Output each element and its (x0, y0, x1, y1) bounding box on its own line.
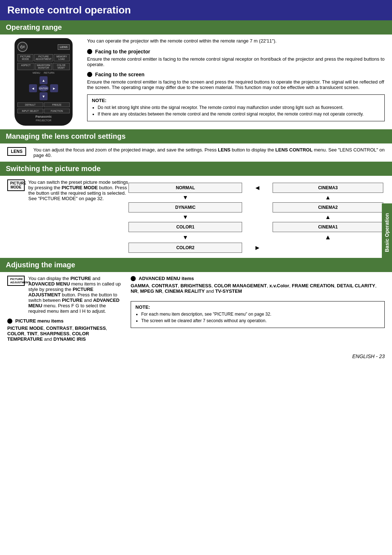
picture-adj-badge: PICTUREADJUSTMENT (7, 276, 25, 286)
default-btn: DEFAULT (17, 102, 43, 107)
facing-screen-text: Ensure the remote control emitter is fac… (87, 79, 385, 90)
adjust-left-content: PICTUREADJUSTMENT You can display the PI… (7, 276, 123, 346)
remote-control-diagram: ⏻/I LENS PICTUREMODE PICTUREADJUSTMENT M… (15, 38, 73, 126)
picture-menu-title: PICTURE menu items (15, 318, 64, 324)
bullet-icon-3 (7, 319, 12, 324)
main-title: Remote control operation (0, 0, 392, 20)
mode-cycle-table: NORMAL ◄ CINEMA3 ▼ ▲ DYNAMIC CINEMA2 ▼ ▲… (127, 181, 385, 254)
adjusting-image-header: Adjusting the image (0, 258, 392, 272)
nav-right: ► (50, 84, 58, 92)
picture-mode-btn: PICTUREMODE (17, 54, 33, 61)
picture-mode-text: You can switch the preset picture mode s… (28, 179, 130, 201)
arrow-down-1: ▼ (128, 194, 242, 201)
adjust-intro-text: You can display the PICTURE and ADVANCED… (28, 276, 123, 314)
nav-down: ▼ (40, 92, 48, 100)
remote-image: ⏻/I LENS PICTUREMODE PICTUREADJUSTMENT M… (7, 38, 80, 126)
arrow-right-1: ◄ (244, 183, 271, 193)
adjust-note-item-1: For each menu item description, see "PIC… (141, 312, 380, 317)
cinema2-mode: CINEMA2 (273, 202, 383, 212)
sidebar-basic-operation: Basic Operation (382, 203, 392, 262)
note-item-2: If there are any obstacles between the r… (98, 112, 380, 117)
adjust-note-item-2: The screen will be cleared after 7 secon… (141, 318, 380, 323)
advanced-menu-items: GAMMA, CONTRAST, BRIGHTNESS, COLOR MANAG… (131, 283, 385, 294)
freeze-btn: FREEZE (44, 102, 70, 107)
adjust-right-content: ADVANCED MENU items GAMMA, CONTRAST, BRI… (131, 276, 385, 346)
dynamic-mode: DYNAMIC (128, 202, 242, 212)
brand-logo: PanasonicPROJECTOR (17, 115, 70, 122)
page-number: ENGLISH - 23 (0, 350, 392, 363)
arrow-down-3: ▼ (128, 234, 242, 241)
aspect-btn: ASPECT (17, 63, 34, 70)
facing-projector-text: Ensure the remote control emitter is fac… (87, 56, 385, 67)
facing-screen-section: Facing to the screen Ensure the remote c… (87, 72, 385, 90)
note-title-2: NOTE: (135, 304, 380, 310)
cinema1-mode: CINEMA1 (273, 222, 383, 232)
lens-button-icon: LENS (58, 44, 70, 50)
picture-mode-header: Switching the picture mode (0, 162, 392, 176)
waveform-btn: WAVEFORMMONITOR (35, 63, 52, 70)
arrow-up-3: ▲ (273, 234, 383, 241)
arrow-up-2: ▲ (273, 214, 383, 220)
lens-left-text: You can adjust the focus and zoom of the… (33, 147, 385, 158)
adjust-content: PICTUREADJUSTMENT You can display the PI… (0, 276, 392, 350)
operating-range-header: Operating range (0, 20, 392, 35)
picture-menu-section: PICTURE menu items PICTURE MODE, CONTRAS… (7, 318, 123, 342)
picture-menu-items: PICTURE MODE, CONTRAST, BRIGHTNESS, COLO… (7, 325, 123, 342)
cinema3-mode: CINEMA3 (273, 183, 383, 193)
input-select-btn: INPUT SELECT (17, 109, 43, 113)
power-button-icon: ⏻/I (17, 42, 28, 52)
color2-mode: COLOR2 (128, 243, 242, 253)
nav-up: ▲ (40, 76, 48, 84)
arrow-right-2: ► (244, 243, 271, 253)
operating-range-note: NOTE: Do not let strong light shine onto… (87, 94, 385, 121)
function-btn: FUNCTION (44, 109, 70, 113)
facing-projector-title: Facing to the projector (95, 49, 150, 54)
facing-projector-section: Facing to the projector Ensure the remot… (87, 49, 385, 67)
color-mgmt-btn: COLORMGMT (53, 63, 70, 70)
enter-btn: ENTER (38, 85, 49, 92)
picture-mode-badge: PICTUREMODE (7, 179, 25, 191)
picture-mode-diagram: NORMAL ◄ CINEMA3 ▼ ▲ DYNAMIC CINEMA2 ▼ ▲… (127, 179, 385, 254)
lens-content: LENS You can adjust the focus and zoom o… (0, 147, 392, 162)
advanced-menu-section: ADVANCED MENU items GAMMA, CONTRAST, BRI… (131, 276, 385, 294)
operating-range-text: You can operate the projector with the r… (87, 38, 385, 126)
advanced-menu-title: ADVANCED MENU items (139, 276, 194, 281)
color1-mode: COLOR1 (128, 222, 242, 232)
menu-return-labels: MENURETURN (17, 72, 70, 74)
bullet-icon-2 (87, 72, 92, 77)
memory-load-btn: MEMORYLOAD (54, 54, 70, 61)
nav-left: ◄ (29, 84, 37, 92)
facing-screen-title: Facing to the screen (95, 72, 144, 77)
picture-adj-btn: PICTUREADJUSTMENT (34, 54, 53, 61)
picture-mode-content: PICTUREMODE You can switch the preset pi… (0, 179, 392, 258)
note-list-2: For each menu item description, see "PIC… (135, 312, 380, 323)
bullet-icon-4 (131, 276, 136, 281)
normal-mode: NORMAL (128, 183, 242, 193)
lens-badge: LENS (7, 147, 26, 156)
lens-control-header: Managing the lens control settings (0, 129, 392, 143)
adjust-note: NOTE: For each menu item description, se… (131, 301, 385, 328)
bullet-icon-1 (87, 49, 92, 54)
note-list-1: Do not let strong light shine onto the s… (92, 105, 380, 117)
arrow-up-1: ▲ (273, 194, 383, 201)
operating-range-intro: You can operate the projector with the r… (87, 38, 385, 44)
note-title-1: NOTE: (92, 98, 380, 103)
arrow-down-2: ▼ (128, 214, 242, 220)
note-item-1: Do not let strong light shine onto the s… (98, 105, 380, 110)
nav-cluster: ▲ ◄ ENTER ► ▼ (17, 76, 70, 100)
